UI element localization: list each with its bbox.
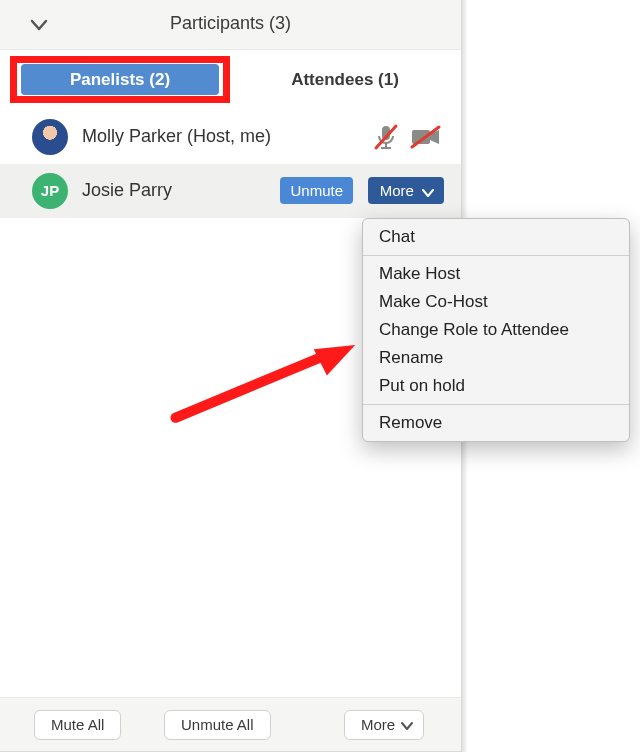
- mute-all-button[interactable]: Mute All: [34, 710, 121, 740]
- participant-row[interactable]: JP Josie Parry Unmute More: [0, 164, 461, 218]
- tab-attendees[interactable]: Attendees (1): [250, 64, 440, 95]
- menu-item-rename[interactable]: Rename: [363, 344, 629, 372]
- tabs-bar: Panelists (2) Attendees (1): [0, 50, 461, 110]
- row-more-button[interactable]: More: [368, 177, 444, 204]
- row-more-label: More: [380, 182, 414, 199]
- unmute-all-button[interactable]: Unmute All: [164, 710, 271, 740]
- participant-name: Molly Parker (Host, me): [82, 126, 271, 147]
- menu-separator: [363, 255, 629, 256]
- panel-title: Participants (3): [0, 13, 461, 34]
- bottom-bar: Mute All Unmute All More: [0, 697, 461, 751]
- unmute-button[interactable]: Unmute: [280, 177, 353, 204]
- menu-item-make-cohost[interactable]: Make Co-Host: [363, 288, 629, 316]
- bottom-more-button[interactable]: More: [344, 710, 424, 740]
- avatar: JP: [32, 173, 68, 209]
- participant-name: Josie Parry: [82, 180, 172, 201]
- menu-item-change-role[interactable]: Change Role to Attendee: [363, 316, 629, 344]
- avatar: [32, 119, 68, 155]
- chevron-down-icon: [401, 721, 413, 731]
- tab-panelists[interactable]: Panelists (2): [21, 64, 219, 95]
- participant-row[interactable]: Molly Parker (Host, me): [0, 110, 461, 164]
- menu-item-put-on-hold[interactable]: Put on hold: [363, 372, 629, 400]
- menu-item-chat[interactable]: Chat: [363, 219, 629, 251]
- menu-item-make-host[interactable]: Make Host: [363, 260, 629, 288]
- menu-item-remove[interactable]: Remove: [363, 409, 629, 441]
- mic-muted-icon: [371, 122, 401, 152]
- more-dropdown: Chat Make Host Make Co-Host Change Role …: [362, 218, 630, 442]
- menu-separator: [363, 404, 629, 405]
- bottom-more-label: More: [361, 716, 395, 733]
- panel-header: Participants (3): [0, 0, 461, 50]
- chevron-down-icon: [422, 179, 434, 206]
- camera-off-icon: [409, 122, 443, 152]
